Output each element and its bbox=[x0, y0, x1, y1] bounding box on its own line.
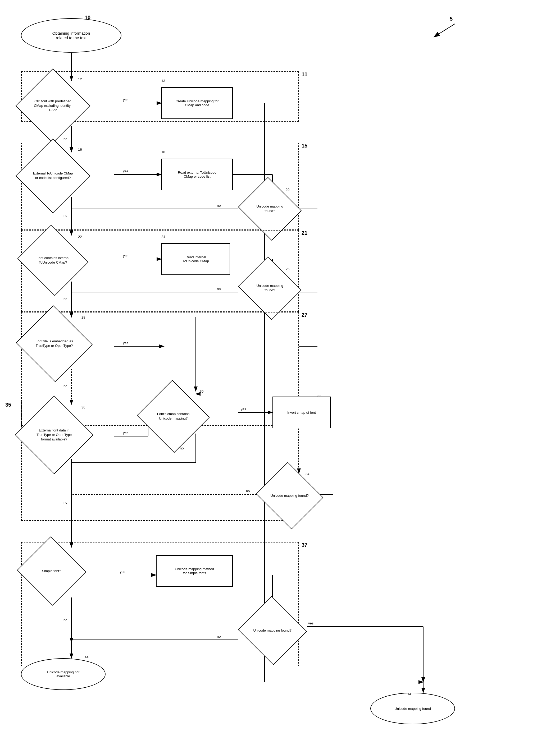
node-24-label: 24 bbox=[161, 235, 165, 239]
node-18-label: 18 bbox=[161, 150, 165, 154]
group-11-label: 11 bbox=[302, 71, 307, 77]
node-32-label: 32 bbox=[317, 394, 321, 398]
unicode-method-rect: Unicode mapping method for simple fonts bbox=[156, 555, 233, 587]
node-44-label: 44 bbox=[85, 655, 88, 659]
node-12-label: 12 bbox=[78, 77, 82, 81]
group-15-label: 15 bbox=[302, 143, 307, 149]
svg-text:no: no bbox=[63, 137, 67, 141]
node-34-label: 34 bbox=[306, 472, 309, 476]
node-12-diamond: CID font with predefined CMap excluding … bbox=[26, 79, 79, 132]
node-16-label: 16 bbox=[78, 148, 82, 152]
node-30-diamond: Font's cmap contains Unicode mapping? bbox=[147, 391, 200, 441]
node-34-diamond: Unicode mapping found? bbox=[265, 473, 315, 518]
node-30-label: 30 bbox=[200, 389, 203, 393]
unicode-found-bottom-diamond: Unicode mapping found? bbox=[247, 607, 298, 654]
node-16-diamond: External ToUnicode CMap or code list con… bbox=[26, 149, 79, 202]
node-24-rect: Read internal ToUnicode CMap bbox=[161, 243, 230, 275]
group-35-label: 35 bbox=[5, 402, 11, 408]
node-32-rect: Invert cmap of font bbox=[272, 396, 331, 428]
group-27-label: 27 bbox=[302, 312, 307, 318]
node-22-diamond: Font contains internal ToUnicode CMap? bbox=[26, 237, 79, 284]
node-20-diamond: Unicode mapping found? bbox=[246, 188, 294, 230]
svg-text:yes: yes bbox=[308, 621, 314, 625]
node-10-oval: Obtaining information related to the tex… bbox=[21, 18, 121, 53]
node-13-label: 13 bbox=[161, 79, 165, 83]
svg-line-69 bbox=[434, 24, 455, 37]
node-36-diamond: External font data in TrueType or OpenTy… bbox=[26, 407, 82, 463]
node-36-label: 36 bbox=[81, 405, 85, 409]
node-28-label: 28 bbox=[81, 316, 85, 320]
group-21-label: 21 bbox=[302, 230, 307, 236]
simple-font-diamond: Simple font? bbox=[26, 547, 77, 595]
flowchart: yes no yes no no yes no bbox=[0, 0, 560, 736]
node-10-label: 10 bbox=[85, 15, 90, 21]
node-14-oval: Unicode mapping found bbox=[370, 693, 455, 724]
node-26-label: 26 bbox=[286, 267, 289, 271]
node-22-label: 22 bbox=[78, 235, 82, 239]
node-26-diamond: Unicode mapping found? bbox=[246, 267, 294, 309]
node-28-diamond: Font file is embedded as TrueType or Ope… bbox=[26, 317, 82, 370]
node-13-rect: Create Unicode mapping for CMap and code bbox=[161, 87, 233, 119]
group-37-label: 37 bbox=[302, 542, 307, 548]
node-20-label: 20 bbox=[286, 188, 289, 192]
node-18-rect: Read external ToUnicode CMap or code lis… bbox=[161, 159, 233, 190]
node-44-oval: Unicode mapping not available bbox=[21, 658, 106, 690]
